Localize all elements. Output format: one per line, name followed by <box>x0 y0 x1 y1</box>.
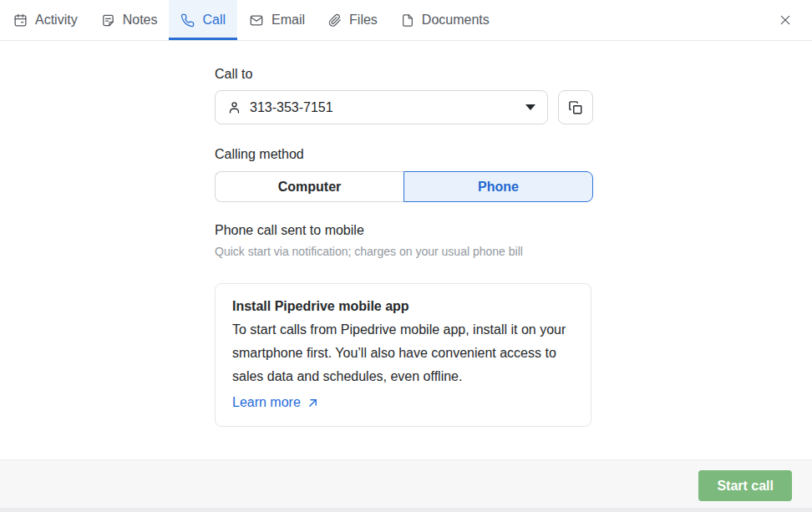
install-card-body: To start calls from Pipedrive mobile app… <box>232 318 574 388</box>
call-to-select[interactable]: 313-353-7151 <box>215 90 548 124</box>
learn-more-label: Learn more <box>232 393 301 413</box>
calling-method-segmented: Computer Phone <box>215 171 593 202</box>
note-icon <box>101 13 115 28</box>
learn-more-link[interactable]: Learn more <box>232 393 319 413</box>
phone-icon <box>180 13 195 28</box>
arrow-up-right-icon <box>307 397 319 409</box>
person-icon <box>227 100 241 114</box>
chevron-down-icon <box>525 104 535 110</box>
start-call-button[interactable]: Start call <box>698 470 792 501</box>
calendar-icon <box>13 13 28 28</box>
footer-bar: Start call <box>0 459 812 512</box>
install-card-title: Install Pipedrive mobile app <box>232 297 574 316</box>
copy-icon <box>568 100 583 115</box>
phone-method-subtitle: Quick start via notification; charges on… <box>215 245 593 258</box>
method-option-computer[interactable]: Computer <box>215 171 403 202</box>
tab-email[interactable]: Email <box>237 0 317 40</box>
envelope-icon <box>249 13 264 28</box>
call-to-label: Call to <box>215 67 593 82</box>
tab-label: Files <box>349 13 378 28</box>
tab-files[interactable]: Files <box>317 0 389 40</box>
document-icon <box>401 13 414 28</box>
tab-bar: Activity Notes Call Email <box>0 0 812 41</box>
tab-label: Activity <box>35 13 78 28</box>
tab-notes[interactable]: Notes <box>89 0 170 40</box>
tab-documents[interactable]: Documents <box>389 0 501 40</box>
phone-method-title: Phone call sent to mobile <box>215 223 593 238</box>
tab-label: Email <box>272 13 305 28</box>
install-app-card: Install Pipedrive mobile app To start ca… <box>215 283 591 427</box>
paperclip-icon <box>328 13 342 28</box>
tab-label: Documents <box>422 13 490 28</box>
close-icon[interactable] <box>774 8 797 32</box>
tab-activity[interactable]: Activity <box>2 0 89 40</box>
tab-label: Call <box>202 13 226 28</box>
copy-number-button[interactable] <box>558 90 593 124</box>
call-panel: Call to 313-353-7151 Calling method Comp… <box>215 67 593 427</box>
calling-method-label: Calling method <box>215 147 593 162</box>
selected-phone-number: 313-353-7151 <box>250 100 333 115</box>
tab-call[interactable]: Call <box>169 0 237 40</box>
method-option-phone[interactable]: Phone <box>403 171 593 202</box>
tab-label: Notes <box>123 13 158 28</box>
